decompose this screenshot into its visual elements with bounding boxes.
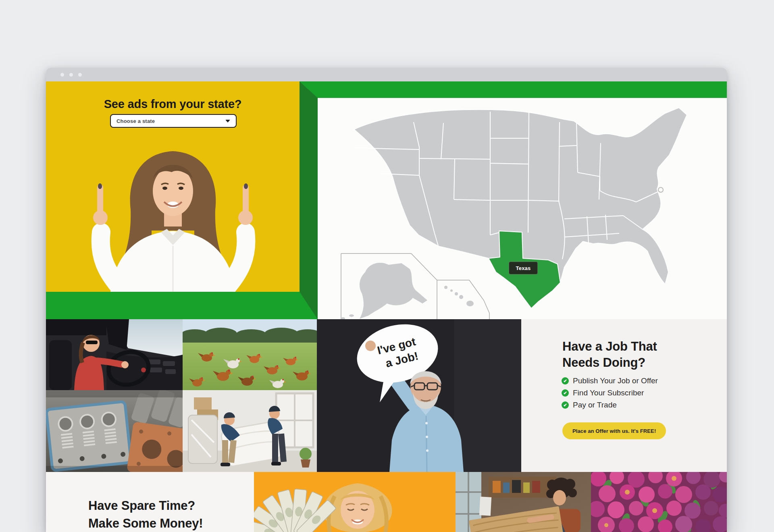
- dc-marker: [658, 187, 663, 192]
- job-panel: Have a Job That Needs Doing? ✔ Publish Y…: [521, 319, 727, 472]
- place-offer-button[interactable]: Place an Offer with us. It's FREE!: [562, 422, 666, 439]
- list-item: ✔ Publish Your Job or Offer: [562, 375, 658, 387]
- job-panel-heading: Have a Job That Needs Doing?: [562, 339, 657, 371]
- spare-time-panel: Have Spare Time? Make Some Money!: [46, 472, 254, 532]
- chevron-down-icon: [225, 120, 230, 123]
- browser-titlebar: [46, 68, 727, 81]
- job-heading-line1: Have a Job That: [562, 339, 657, 355]
- check-icon: ✔: [562, 389, 569, 397]
- state-tooltip: Texas: [509, 262, 538, 274]
- us-map-panel: Texas: [318, 98, 727, 319]
- alaska-state: [360, 263, 427, 319]
- list-item: ✔ Pay or Trade: [562, 399, 658, 411]
- engine-parts-photo: [46, 390, 183, 472]
- job-heading-line2: Needs Doing?: [562, 355, 657, 371]
- list-item: ✔ Find Your Subscriber: [562, 387, 658, 399]
- man-with-job-sign-photo: I've got a Job!: [317, 319, 521, 472]
- window-control-dot: [78, 73, 82, 77]
- spare-heading-line1: Have Spare Time?: [88, 497, 203, 515]
- spare-heading-line2: Make Some Money!: [88, 515, 203, 532]
- state-dropdown[interactable]: Choose a state: [110, 114, 237, 128]
- tulips-photo: [591, 472, 727, 532]
- check-label: Publish Your Job or Offer: [573, 376, 658, 385]
- chickens-field-photo: [183, 319, 317, 390]
- check-label: Pay or Trade: [573, 401, 617, 409]
- check-icon: ✔: [562, 401, 569, 409]
- check-label: Find Your Subscriber: [573, 389, 644, 397]
- green-top-bar: [300, 81, 727, 98]
- woman-pointing-up-photo: [78, 149, 268, 292]
- state-dropdown-value: Choose a state: [117, 118, 155, 124]
- us-map[interactable]: [318, 98, 727, 319]
- hawaii-state: [444, 286, 474, 306]
- window-control-dot: [69, 73, 73, 77]
- job-checklist: ✔ Publish Your Job or Offer ✔ Find Your …: [562, 375, 658, 411]
- state-selector-panel: See ads from your state? Choose a state: [46, 81, 300, 292]
- green-divider-strip: [300, 81, 318, 319]
- woodworking-photo: [456, 472, 591, 532]
- window-control-dot: [60, 73, 64, 77]
- browser-window: See ads from your state? Choose a state: [46, 68, 727, 532]
- page-background: See ads from your state? Choose a state: [0, 0, 774, 532]
- movers-photo: [183, 390, 317, 472]
- state-selector-heading: See ads from your state?: [46, 98, 300, 111]
- spare-time-heading: Have Spare Time? Make Some Money!: [88, 497, 203, 532]
- money-woman-photo: [254, 472, 461, 532]
- check-icon: ✔: [562, 377, 569, 384]
- green-bottom-band: [46, 292, 318, 319]
- truck-driver-photo: [46, 319, 183, 390]
